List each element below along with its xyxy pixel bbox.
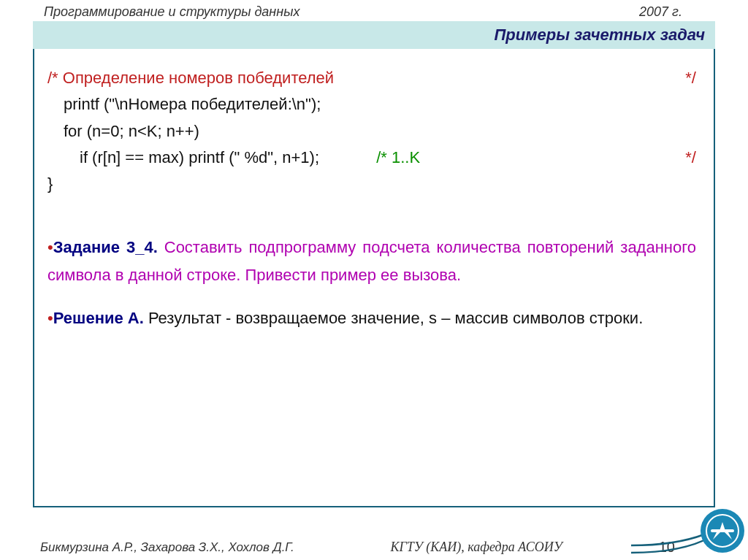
code-inline-comment: /* 1..K — [376, 148, 420, 166]
solution-text: Результат - возвращаемое значение, s – м… — [144, 309, 643, 327]
task-label: Задание 3_4. — [53, 238, 158, 256]
solution-label: Решение А. — [53, 309, 144, 327]
footer: Бикмурзина А.Р., Захарова З.Х., Хохлов Д… — [0, 539, 748, 556]
slide-title: Примеры зачетных задач — [494, 26, 705, 44]
svg-rect-2 — [711, 529, 734, 532]
course-year: 2007 г. — [639, 4, 682, 20]
code-if-body: if (r[n] == max) printf (" %d", n+1); — [80, 148, 319, 166]
footer-authors: Бикмурзина А.Р., Захарова З.Х., Хохлов Д… — [40, 540, 294, 555]
slide-frame: /* Определение номеров победителей */ pr… — [33, 49, 715, 507]
slide-title-bar: Примеры зачетных задач — [33, 21, 715, 49]
page-number: 10 — [659, 539, 675, 556]
code-inline-comment-close: */ — [685, 145, 696, 171]
task-block: •Задание 3_4. Составить подпрограмму под… — [47, 234, 696, 288]
comment-open: /* Определение номеров победителей — [47, 65, 685, 91]
header-top: Программирование и структуры данных 2007… — [0, 0, 748, 21]
code-comment-winners: /* Определение номеров победителей */ — [47, 65, 696, 91]
code-close-brace: } — [47, 171, 696, 197]
course-title: Программирование и структуры данных — [44, 4, 299, 20]
svg-marker-3 — [720, 522, 725, 531]
solution-block: •Решение А. Результат - возвращаемое зна… — [47, 304, 696, 331]
code-line-printf: printf ("\nНомера победителей:\n"); — [47, 91, 696, 118]
code-line-if: if (r[n] == max) printf (" %d", n+1); /*… — [47, 145, 696, 171]
comment-close: */ — [685, 65, 696, 91]
code-line-for: for (n=0; n<K; n++) — [47, 118, 696, 145]
code-block: /* Определение номеров победителей */ pr… — [47, 65, 696, 197]
bullet-icon: • — [47, 309, 53, 327]
bullet-icon: • — [47, 238, 53, 256]
footer-department: КГТУ (КАИ), кафедра АСОИУ — [294, 540, 659, 555]
